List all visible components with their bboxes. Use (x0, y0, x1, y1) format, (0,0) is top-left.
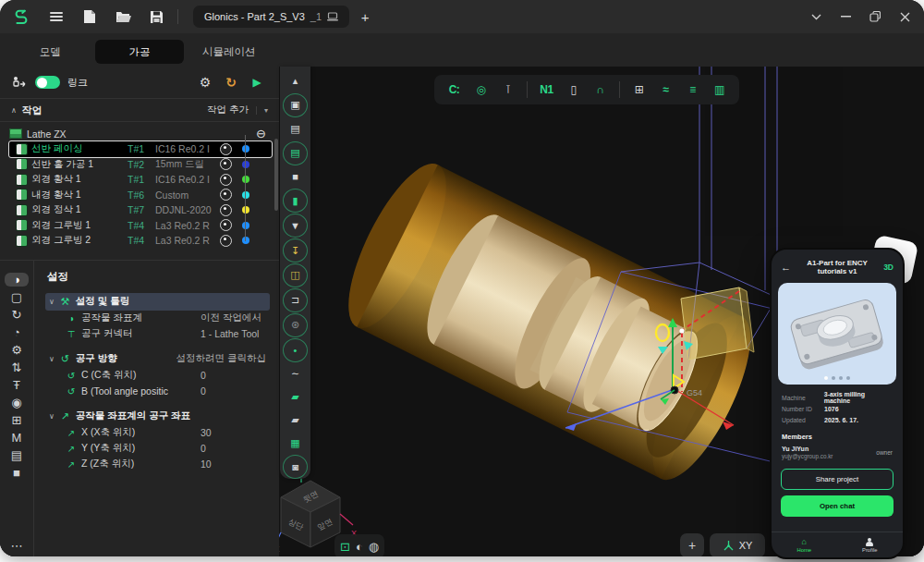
save-button[interactable] (144, 5, 168, 29)
drill-icon[interactable]: ↧ (283, 238, 308, 263)
tool-insert-icon[interactable]: ▼ (283, 214, 308, 238)
mesh-surface-icon[interactable]: ▦ (284, 432, 307, 454)
setting-value[interactable]: 0 (201, 443, 206, 454)
document-tab[interactable]: Glonics - Part 2_S_V3_1 (193, 6, 349, 28)
open-file-button[interactable] (111, 5, 135, 29)
surface-active-icon[interactable]: ▰ (284, 385, 307, 408)
control-panel-icon[interactable]: ⊞ (626, 79, 651, 101)
new-file-button[interactable] (78, 5, 102, 29)
operation-color-dot[interactable] (242, 222, 249, 229)
setting-value[interactable]: 10 (201, 458, 212, 470)
macro-icon[interactable]: M (5, 431, 29, 445)
sync-button[interactable]: ↻ (222, 73, 240, 92)
panel-tab-시뮬레이션[interactable]: 시뮬레이션 (184, 40, 274, 64)
main-menu-button[interactable] (44, 5, 68, 29)
operation-color-dot[interactable] (242, 145, 249, 153)
fit-view-icon[interactable]: ⊡ (340, 540, 350, 554)
orbit-rotate-icon[interactable]: ↻ (5, 308, 29, 322)
point-icon[interactable]: • (283, 338, 308, 362)
holder-icon[interactable]: ▤ (5, 448, 29, 462)
panel-tab-가공[interactable]: 가공 (95, 40, 185, 64)
setting-value[interactable]: 30 (201, 427, 212, 438)
curve-icon[interactable]: ∼ (284, 363, 307, 385)
carousel-dot[interactable] (824, 376, 828, 380)
statistics-icon[interactable]: ▥ (707, 79, 732, 101)
settings-group-header[interactable]: ∨⚒설정 및 툴링 (45, 293, 270, 311)
scroll-up-icon[interactable]: ▴ (284, 70, 307, 92)
carousel-dot[interactable] (832, 376, 835, 380)
collapse-window-button[interactable] (806, 6, 826, 27)
approach-retract-icon[interactable]: ⇅ (5, 360, 29, 374)
tool-holder-icon[interactable]: ▤ (284, 118, 307, 140)
play-button[interactable]: ▶ (248, 73, 266, 92)
machine-icon[interactable]: ▣ (283, 93, 308, 117)
setting-value[interactable]: 0 (201, 370, 206, 381)
workpiece-doc-icon[interactable]: ▯ (561, 79, 586, 101)
jobs-section-header[interactable]: ∧ 작업 작업 추가 ▾ (0, 98, 279, 122)
tool-insert[interactable] (681, 287, 754, 360)
operation-row[interactable]: 외경 황삭 1T#1IC16 Re0.2 I (9, 172, 272, 188)
stock-icon[interactable]: ■ (284, 166, 307, 189)
operation-target-icon[interactable] (220, 235, 232, 247)
minimize-button[interactable] (835, 6, 856, 27)
phone-3d-button[interactable]: 3D (883, 263, 894, 272)
operation-target-icon[interactable] (220, 158, 232, 170)
operation-color-dot[interactable] (242, 161, 249, 168)
share-project-button[interactable]: Share project (781, 469, 894, 490)
face-icon[interactable]: ▰ (284, 409, 307, 431)
operation-target-icon[interactable] (220, 174, 232, 186)
coordinate-system-icon[interactable]: ◑ (5, 273, 29, 287)
back-arrow-icon[interactable]: ← (781, 262, 791, 273)
operation-row[interactable]: 내경 황삭 1T#6Custom (9, 188, 272, 203)
operation-color-dot[interactable] (242, 176, 249, 183)
operation-color-dot[interactable] (242, 191, 249, 199)
toolpath-graph-icon[interactable]: ≈ (653, 79, 678, 101)
setting-value[interactable]: 이전 작업에서 (201, 312, 261, 324)
section-view-icon[interactable]: ◍ (369, 540, 379, 554)
close-button[interactable] (894, 6, 915, 27)
magnet-snap-icon[interactable]: C: (442, 79, 467, 101)
settings-group-header[interactable]: ∨↗공작물 좌표계의 공구 좌표 (45, 408, 270, 425)
operation-row[interactable]: 선반 홀 가공 1T#215mm 드릴 (9, 157, 272, 173)
plane-xy-button[interactable]: XY (710, 533, 765, 556)
phone-nav-profile[interactable]: Profile (862, 538, 877, 553)
tool-layers-icon[interactable]: ≡ (680, 79, 705, 101)
panel-tab-모델[interactable]: 모델 (6, 40, 95, 64)
member-row[interactable]: Yu JiYun yujy@ycgroup.co.kr owner (782, 446, 893, 459)
setting-value[interactable]: 0 (201, 385, 206, 397)
bracket-icon[interactable]: ⊐ (283, 288, 308, 312)
part-preview-card[interactable] (778, 283, 896, 385)
operation-row[interactable]: 외경 그루빙 2T#4La3 Re0.2 R (9, 233, 272, 249)
settings-group-header[interactable]: ∨↺공구 방향설정하려면 클릭하십 (45, 350, 270, 368)
carousel-dot[interactable] (839, 376, 843, 380)
operation-target-icon[interactable] (220, 204, 232, 216)
operation-row[interactable]: 선반 페이싱T#1IC16 Re0.2 I (9, 141, 272, 157)
add-view-button[interactable]: + (680, 533, 704, 556)
region-icon[interactable]: ◙ (283, 455, 308, 479)
operation-row[interactable]: 외경 정삭 1T#7DDJNL-2020 (9, 202, 272, 218)
new-tab-button[interactable]: + (353, 5, 377, 29)
setting-value[interactable]: 1 - Lathe Tool (201, 328, 259, 339)
nc-program-icon[interactable]: N1 (534, 79, 559, 101)
selection-region-icon[interactable]: ▢ (5, 290, 29, 304)
parameters-gear-icon[interactable]: ⚙ (5, 343, 29, 357)
operation-color-dot[interactable] (242, 206, 249, 214)
machine-row[interactable]: Lathe ZX ⊖ (9, 126, 272, 141)
stock-block-icon[interactable]: ■ (5, 466, 29, 480)
operation-target-icon[interactable] (220, 219, 232, 231)
transform-icon[interactable]: ⊞ (5, 413, 29, 427)
add-operation-button[interactable]: 작업 추가 ▾ (207, 104, 268, 116)
measure-tape-icon[interactable]: ◎ (468, 79, 493, 101)
settings-gear-button[interactable]: ⚙ (196, 73, 214, 92)
fixture-clamp-icon[interactable]: ◫ (283, 263, 308, 287)
tool-active-icon[interactable]: ▮ (283, 189, 308, 213)
feed-speed-icon[interactable]: ◔ (5, 325, 29, 339)
restore-button[interactable] (865, 6, 885, 27)
pattern-icon[interactable]: ⊛ (283, 313, 308, 337)
group-value[interactable]: 설정하려면 클릭하십 (176, 352, 266, 365)
tool-pair-icon[interactable]: ∩ (588, 79, 613, 101)
tool-holder-active-icon[interactable]: ▤ (283, 141, 308, 165)
operation-target-icon[interactable] (220, 143, 232, 155)
phone-nav-home[interactable]: ⌂Home (797, 538, 811, 553)
caliper-icon[interactable]: ⊺ (495, 79, 520, 101)
